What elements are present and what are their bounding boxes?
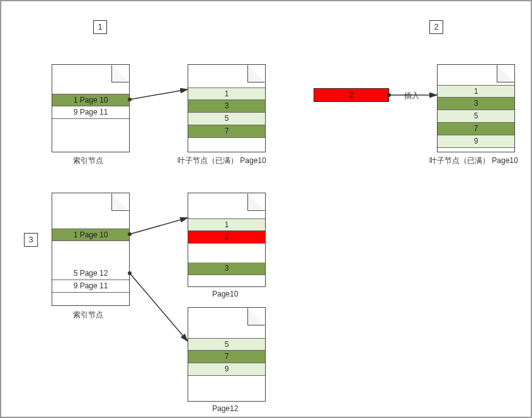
panel3-leaf-a: 1 2 3 [188,193,266,287]
svg-line-6 [130,273,188,341]
leaf-row: 3 [438,98,514,110]
step-badge-1: 1 [93,20,107,34]
leaf-row: 3 [188,263,265,275]
leaf-row: 1 [188,218,265,231]
index-row: 1 Page 10 [52,229,129,241]
panel3-index-caption: 索引节点 [73,310,103,320]
leaf-row: 1 [188,88,265,100]
panel3-leaf-b: 5 7 9 [188,307,266,402]
panel2-leaf-node: 1 3 5 7 9 [437,64,515,152]
panel1-index-caption: 索引节点 [73,155,103,166]
panel1-leaf-node: 1 3 5 7 [188,64,266,152]
diagram-canvas: 1 2 3 1 Page 10 9 Page 11 索引节点 1 3 5 7 叶… [0,0,532,418]
leaf-row: 5 [438,110,514,123]
leaf-row: 7 [438,123,514,135]
leaf-row: 5 [188,338,265,351]
index-row: 5 Page 12 [52,268,129,280]
leaf-row: 9 [188,363,265,376]
panel1-leaf-caption: 叶子节点（已满） Page10 [178,155,266,166]
index-row: 9 Page 11 [52,280,129,293]
step-badge-2: 2 [429,20,443,34]
insert-value-box: 2 [314,88,389,102]
svg-line-4 [130,218,188,234]
panel2-leaf-caption: 叶子节点（已满） Page10 [429,155,518,166]
leaf-row: 1 [438,85,514,98]
panel3-leaf-b-caption: Page12 [212,404,238,413]
panel3-leaf-a-caption: Page10 [212,290,238,298]
leaf-row: 3 [188,100,265,113]
panel1-index-node: 1 Page 10 9 Page 11 [52,64,130,152]
leaf-row: 5 [188,113,265,125]
insert-label: 插入 [404,91,419,101]
step-badge-3: 3 [24,233,38,247]
index-row: 1 Page 10 [52,94,129,106]
panel3-index-node: 1 Page 10 5 Page 12 9 Page 11 [52,193,130,306]
leaf-row: 9 [438,135,514,148]
index-row: 9 Page 11 [52,106,129,119]
leaf-row-inserted: 2 [188,231,265,244]
svg-line-0 [130,89,188,99]
leaf-row: 7 [188,351,265,363]
leaf-row: 7 [188,125,265,138]
